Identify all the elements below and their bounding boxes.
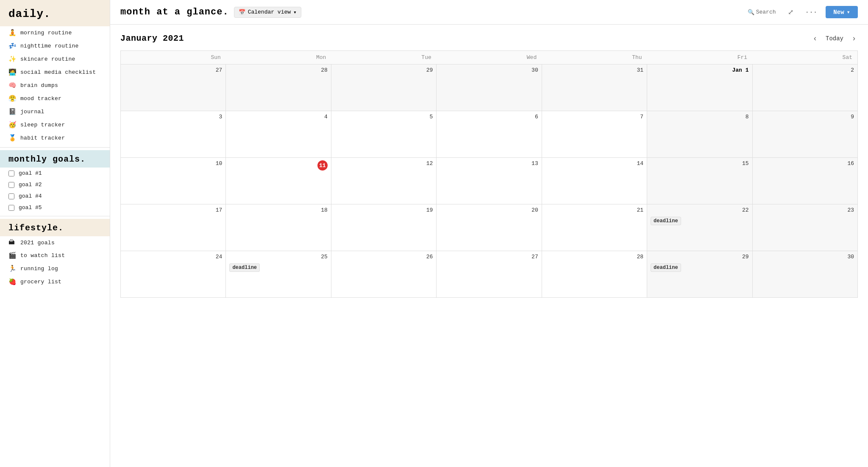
- goal-item-1[interactable]: goal #1: [0, 168, 110, 179]
- prev-month-button[interactable]: ‹: [811, 33, 819, 44]
- day-number: 30: [531, 67, 538, 73]
- calendar-day[interactable]: 31: [542, 64, 647, 111]
- calendar-day[interactable]: 30: [752, 251, 857, 298]
- calendar-day[interactable]: 6: [437, 111, 542, 158]
- calendar-day[interactable]: 4: [226, 111, 331, 158]
- chevron-down-icon: ▾: [293, 9, 297, 16]
- morning-routine-icon: 🧘: [8, 29, 17, 37]
- topbar: month at a glance. 📅 Calendar view ▾ 🔍 S…: [110, 0, 868, 25]
- day-number: 12: [426, 160, 433, 167]
- pin-button[interactable]: ⤢: [785, 6, 797, 18]
- day-number: 5: [429, 114, 433, 120]
- day-number: 28: [321, 67, 328, 73]
- sidebar-item-mood-tracker[interactable]: 😤 mood tracker: [0, 92, 110, 105]
- today-button[interactable]: Today: [822, 34, 847, 43]
- day-number: 22: [742, 207, 749, 213]
- sidebar-title: daily.: [0, 0, 110, 26]
- event-badge[interactable]: deadline: [651, 263, 681, 272]
- day-number: 17: [216, 207, 223, 213]
- sidebar-item-to-watch-list[interactable]: 🎬 to watch list: [0, 249, 110, 262]
- goal-checkbox-2[interactable]: [8, 182, 14, 188]
- calendar-day[interactable]: 29: [331, 64, 436, 111]
- calendar-day[interactable]: 2: [752, 64, 857, 111]
- col-header-thu: Thu: [542, 51, 647, 64]
- nighttime-routine-label: nighttime routine: [20, 43, 79, 49]
- calendar-day[interactable]: 28: [542, 251, 647, 298]
- goal-item-2[interactable]: goal #2: [0, 179, 110, 190]
- sidebar-item-skincare-routine[interactable]: ✨ skincare routine: [0, 53, 110, 66]
- event-badge[interactable]: deadline: [229, 263, 260, 272]
- calendar-day[interactable]: 11: [226, 158, 331, 204]
- main-content: month at a glance. 📅 Calendar view ▾ 🔍 S…: [110, 0, 868, 467]
- sidebar-divider-1: [0, 147, 110, 148]
- calendar-day[interactable]: 29deadline: [647, 251, 752, 298]
- sidebar-lifestyle-section: 🏔 2021 goals 🎬 to watch list 🏃 running l…: [0, 236, 110, 288]
- day-number: 9: [851, 114, 854, 120]
- new-chevron-icon: ▾: [847, 8, 850, 16]
- calendar-day[interactable]: 5: [331, 111, 436, 158]
- col-header-fri: Fri: [647, 51, 752, 64]
- calendar-day[interactable]: 27: [121, 64, 226, 111]
- goal-checkbox-1[interactable]: [8, 171, 14, 176]
- calendar-day[interactable]: 25deadline: [226, 251, 331, 298]
- calendar-day[interactable]: 28: [226, 64, 331, 111]
- calendar-day[interactable]: 9: [752, 111, 857, 158]
- calendar-day[interactable]: 18: [226, 204, 331, 251]
- day-number: 25: [321, 254, 328, 260]
- new-button[interactable]: New ▾: [826, 6, 858, 18]
- monthly-goals-header: monthly goals.: [0, 150, 110, 168]
- calendar-day[interactable]: 12: [331, 158, 436, 204]
- day-number: 30: [847, 254, 854, 260]
- calendar-day[interactable]: 22deadline: [647, 204, 752, 251]
- calendar-day[interactable]: 17: [121, 204, 226, 251]
- calendar-day[interactable]: 15: [647, 158, 752, 204]
- social-media-checklist-icon: 🧑‍💻: [8, 68, 17, 76]
- calendar-day[interactable]: 7: [542, 111, 647, 158]
- nighttime-routine-icon: 💤: [8, 42, 17, 50]
- search-button[interactable]: 🔍 Search: [744, 7, 779, 17]
- more-button[interactable]: ···: [802, 7, 821, 18]
- calendar-day[interactable]: 3: [121, 111, 226, 158]
- calendar-day[interactable]: 27: [437, 251, 542, 298]
- calendar-day[interactable]: 16: [752, 158, 857, 204]
- next-month-button[interactable]: ›: [850, 33, 858, 44]
- calendar-day[interactable]: Jan 1: [647, 64, 752, 111]
- calendar-day[interactable]: 26: [331, 251, 436, 298]
- goal-item-4[interactable]: goal #5: [0, 202, 110, 213]
- calendar-day[interactable]: 14: [542, 158, 647, 204]
- sidebar-item-grocery-list[interactable]: 🍓 grocery list: [0, 275, 110, 288]
- sidebar-divider-2: [0, 216, 110, 216]
- sidebar-item-running-log[interactable]: 🏃 running log: [0, 262, 110, 275]
- to-watch-list-label: to watch list: [20, 252, 65, 259]
- day-number: 24: [216, 254, 223, 260]
- calendar-day[interactable]: 19: [331, 204, 436, 251]
- goal-checkbox-4[interactable]: [8, 205, 14, 211]
- calendar-day[interactable]: 23: [752, 204, 857, 251]
- 2021-goals-label: 2021 goals: [20, 240, 55, 246]
- goal-item-3[interactable]: goal #4: [0, 190, 110, 202]
- sidebar-item-2021-goals[interactable]: 🏔 2021 goals: [0, 236, 110, 249]
- sleep-tracker-icon: 🥳: [8, 121, 17, 129]
- calendar-day[interactable]: 30: [437, 64, 542, 111]
- goal-checkbox-3[interactable]: [8, 193, 14, 199]
- sidebar-item-social-media-checklist[interactable]: 🧑‍💻 social media checklist: [0, 66, 110, 79]
- view-toggle-button[interactable]: 📅 Calendar view ▾: [234, 7, 301, 18]
- sidebar-item-sleep-tracker[interactable]: 🥳 sleep tracker: [0, 118, 110, 131]
- sidebar-item-morning-routine[interactable]: 🧘 morning routine: [0, 26, 110, 39]
- day-number: 21: [637, 207, 644, 213]
- event-badge[interactable]: deadline: [651, 217, 681, 225]
- grocery-list-icon: 🍓: [8, 278, 17, 286]
- to-watch-list-icon: 🎬: [8, 252, 17, 260]
- calendar-day[interactable]: 8: [647, 111, 752, 158]
- calendar-day[interactable]: 13: [437, 158, 542, 204]
- calendar-day[interactable]: 20: [437, 204, 542, 251]
- sidebar-item-journal[interactable]: 📓 journal: [0, 105, 110, 118]
- day-number: 31: [637, 67, 644, 73]
- search-icon: 🔍: [748, 9, 754, 16]
- sidebar-item-habit-tracker[interactable]: 🏅 habit tracker: [0, 131, 110, 145]
- calendar-day[interactable]: 10: [121, 158, 226, 204]
- calendar-day[interactable]: 21: [542, 204, 647, 251]
- sidebar-item-brain-dumps[interactable]: 🧠 brain dumps: [0, 79, 110, 92]
- sidebar-item-nighttime-routine[interactable]: 💤 nighttime routine: [0, 39, 110, 53]
- calendar-day[interactable]: 24: [121, 251, 226, 298]
